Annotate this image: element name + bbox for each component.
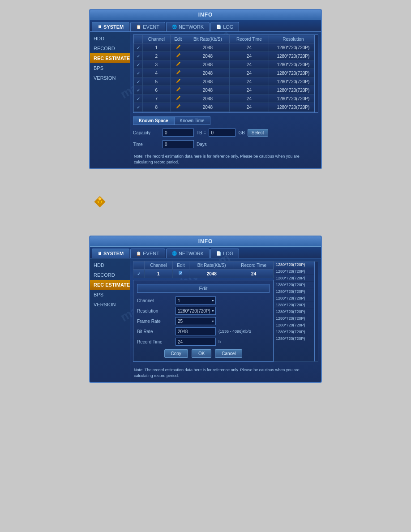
log-icon: 📄 [216, 25, 221, 29]
time-cell: 24 [230, 77, 269, 86]
sidebar: HDD RECORD REC ESTIMATE BPS VERSION [90, 32, 130, 168]
list-item: 1280*720(720P) [274, 302, 314, 309]
channel-cell: 4 [143, 69, 171, 77]
tab-network[interactable]: 🌐 NETWORK [166, 22, 210, 31]
edit-pencil-icon[interactable] [178, 270, 184, 276]
edit-cell [170, 77, 186, 86]
tb-unit: TB = [197, 130, 206, 135]
copy-button[interactable]: Copy [164, 349, 188, 358]
time-cell: 24 [230, 43, 269, 52]
col2-bitrate: Bit Rate(Kb/S) [189, 262, 234, 270]
edit-icon-cell [172, 270, 189, 278]
resolution-cell: 1280*720(720P) [269, 94, 317, 103]
tab-2-event-label: EVENT [143, 251, 159, 256]
pencil-icon [176, 53, 181, 58]
sidebar-2: HDD RECORD REC ESTIMATE BPS VERSION [90, 258, 130, 382]
tab-bar-2: 🖥 SYSTEM 📋 EVENT 🌐 NETWORK 📄 LOG [90, 247, 321, 258]
content-area: Channel Edit Bit Rate(Kb/S) Record Time … [130, 32, 321, 168]
capacity-gb-input[interactable] [209, 129, 235, 137]
resolution-cell: 1280*720(720P) [269, 52, 317, 60]
tab-system-label: SYSTEM [103, 24, 124, 30]
bitrate-val-1: 2048 [189, 270, 234, 278]
monitor-icon-2: 🖥 [98, 251, 102, 256]
table-row: ✓72048241280*720(720P) [134, 94, 318, 103]
monitor-icon: 🖥 [98, 25, 102, 29]
bitrate-cell: 2048 [186, 86, 229, 94]
tab-log[interactable]: 📄 LOG [210, 22, 239, 31]
resolution-cell: 1280*720(720P) [269, 77, 317, 86]
resolution-cell: 1280*720(720P) [269, 69, 317, 77]
list-item: 1280*720(720P) [274, 322, 314, 329]
panel-title: INFO [90, 10, 321, 20]
channel-cell: 5 [143, 77, 171, 86]
channel-cell: 3 [143, 60, 171, 69]
list-item: 1280*720(720P) [274, 309, 314, 315]
resolution-select-wrapper: 1280*720(720P) [176, 307, 216, 315]
bitrate-cell: 2048 [186, 60, 229, 69]
edit-cell [170, 86, 186, 94]
tab-event[interactable]: 📋 EVENT [130, 22, 165, 31]
resolution-list-panel: 1280*720(720P)1280*720(720P)1280*720(720… [274, 261, 318, 362]
network-icon: 🌐 [172, 25, 177, 29]
sidebar-item-record[interactable]: RECORD [90, 43, 130, 53]
resolution-select[interactable]: 1280*720(720P) [176, 307, 216, 315]
table-edit-area: Channel Edit Bit Rate(Kb/S) Record Time … [133, 261, 318, 362]
list-item: 1280*720(720P) [274, 288, 314, 295]
checkmark: ✓ [137, 79, 140, 84]
channel-cell: 6 [143, 86, 171, 94]
col2-edit: Edit [172, 262, 189, 270]
capacity-input[interactable] [163, 129, 194, 137]
recordtime-input[interactable] [176, 338, 216, 346]
scrollbar-right[interactable] [314, 35, 318, 112]
res-scrollbar[interactable] [314, 262, 318, 361]
time-input[interactable] [163, 140, 194, 148]
check-cell: ✓ [134, 69, 143, 77]
list-item: 1280*720(720P) [274, 329, 314, 335]
log-icon-2: 📄 [216, 251, 221, 256]
select-button[interactable]: Select [248, 129, 268, 137]
bitrate-input[interactable] [176, 327, 216, 335]
pencil-icon [176, 70, 181, 75]
list-item[interactable]: 1280*720(720P) [274, 262, 314, 268]
framerate-select[interactable]: 25 [176, 317, 216, 325]
tab-2-system[interactable]: 🖥 SYSTEM [92, 249, 129, 258]
ok-button[interactable]: OK [192, 349, 211, 358]
resolution-cell: 1280*720(720P) [269, 43, 317, 52]
col-recordtime: Record Time [230, 35, 269, 43]
tab-system[interactable]: 🖥 SYSTEM [92, 22, 129, 31]
time-cell: 24 [230, 69, 269, 77]
list-item: 1280*720(720P) [274, 282, 314, 288]
tab-2-network[interactable]: 🌐 NETWORK [166, 249, 210, 258]
sidebar-2-hdd[interactable]: HDD [90, 260, 130, 270]
col-check [134, 35, 143, 43]
sidebar-2-record[interactable]: RECORD [90, 270, 130, 280]
known-space-tab[interactable]: Known Space [133, 116, 174, 125]
tab-2-network-label: NETWORK [179, 251, 204, 256]
edit-resolution-row: Resolution 1280*720(720P) [137, 307, 270, 315]
channel-select[interactable]: 1 [176, 296, 216, 305]
tab-2-event[interactable]: 📋 EVENT [130, 249, 165, 258]
time-val-1: 24 [234, 270, 274, 278]
event-icon-2: 📋 [136, 251, 141, 256]
col2-channel: Channel [145, 262, 173, 270]
col-edit: Edit [170, 35, 186, 43]
known-time-tab[interactable]: Known Time [174, 116, 210, 125]
sidebar-2-rec-estimate[interactable]: REC ESTIMATE [90, 280, 130, 290]
pencil-icon [176, 61, 181, 67]
edit-cell [170, 112, 186, 113]
sidebar-item-version[interactable]: VERSION [90, 73, 130, 83]
sidebar-item-bps[interactable]: BPS [90, 63, 130, 73]
sub-tabs: Known Space Known Time [133, 116, 318, 125]
note-text: Note: The record estimation data here is… [133, 153, 318, 166]
sidebar-2-bps[interactable]: BPS [90, 290, 130, 300]
sidebar-2-version[interactable]: VERSION [90, 300, 130, 309]
channel-val-1: 1 [145, 270, 173, 278]
sidebar-item-hdd[interactable]: HDD [90, 34, 130, 43]
sidebar-item-rec-estimate[interactable]: REC ESTIMATE [90, 53, 130, 63]
time-cell: 24 [230, 52, 269, 60]
bitrate-cell: 2048 [186, 103, 229, 112]
bitrate-cell: 2048 [186, 43, 229, 52]
cancel-button[interactable]: Cancel [215, 349, 242, 358]
checkmark: ✓ [137, 96, 140, 101]
tab-2-log[interactable]: 📄 LOG [210, 249, 239, 258]
